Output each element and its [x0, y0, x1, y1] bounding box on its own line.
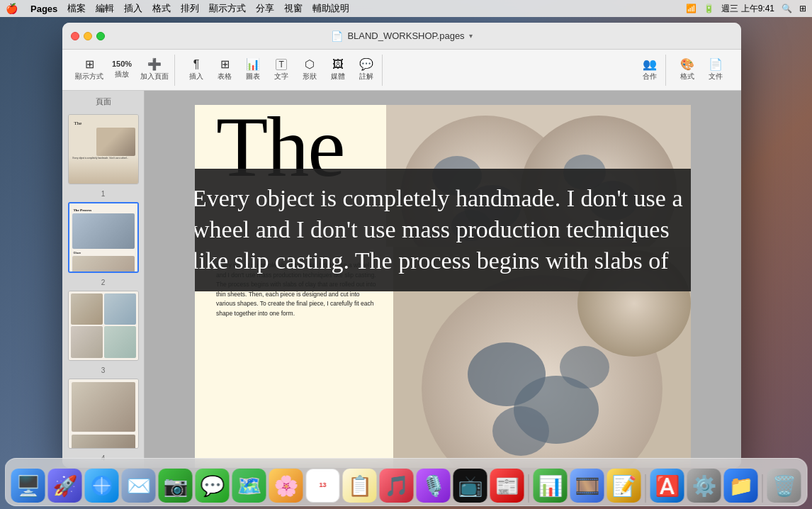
view-button[interactable]: ⊞ 顯示方式: [72, 55, 106, 86]
page-canvas: The: [195, 105, 691, 468]
document-panel-icon: 📄: [709, 59, 723, 70]
comment-button[interactable]: 💬 註解: [354, 55, 379, 86]
page-num-1: 1: [67, 190, 140, 198]
menubar-arrange[interactable]: 排列: [181, 2, 199, 15]
menubar-pages[interactable]: Pages: [30, 4, 57, 14]
dock-maps[interactable]: 🗺️: [232, 469, 266, 503]
collaborate-group: 👥 合作: [634, 55, 666, 86]
page-thumb-3[interactable]: [68, 291, 139, 361]
menubar-edit[interactable]: 編輯: [96, 2, 114, 15]
add-page-button[interactable]: ➕ 加入頁面: [137, 55, 171, 86]
dock-music[interactable]: 🎵: [380, 469, 414, 503]
zoom-button[interactable]: 150% 插放: [109, 55, 135, 86]
view-group: ⊞ 顯示方式 150% 插放 ➕ 加入頁面: [69, 55, 175, 86]
menubar-insert[interactable]: 插入: [124, 2, 142, 15]
sidebar: 頁面 The Every object is completely handma…: [62, 91, 145, 468]
add-page-icon: ➕: [147, 59, 162, 70]
dock-keynote[interactable]: 🎞️: [570, 469, 604, 503]
pottery-image-bottom: [393, 247, 691, 468]
apple-menu-icon[interactable]: 🍎: [6, 3, 18, 14]
battery-icon: 🔋: [704, 4, 714, 13]
page-thumb-2[interactable]: The Process Glaze: [68, 202, 139, 273]
dock-reminders[interactable]: 📋: [343, 469, 377, 503]
dock-separator-2: [645, 474, 646, 503]
format-panel-button[interactable]: 🎨 格式: [675, 55, 700, 86]
shape-button[interactable]: ⬡ 形狀: [297, 55, 322, 86]
zoom-icon: 150%: [112, 60, 132, 68]
svg-point-10: [577, 250, 691, 357]
menubar-time: 週三 上午9:41: [721, 3, 774, 15]
close-button[interactable]: [71, 32, 79, 40]
desktop: 🍎 Pages 檔案 編輯 插入 格式 排列 顯示方式 分享 視窗 輔助說明 📶…: [0, 0, 812, 509]
page-heading: The: [216, 105, 344, 190]
page-body-text[interactable]: Every object is completely handmade. I d…: [195, 247, 393, 468]
dock-appletv[interactable]: 📺: [453, 469, 487, 503]
dock-safari[interactable]: [85, 469, 119, 503]
insert-icon: ¶: [193, 59, 200, 70]
dock-appstore[interactable]: 🅰️: [650, 469, 684, 503]
dock-mail[interactable]: ✉️: [122, 469, 156, 503]
document-icon: 📄: [331, 30, 343, 42]
body-text-content: Every object is completely handmade. I d…: [216, 262, 376, 317]
panel-group: 🎨 格式 📄 文件: [672, 55, 731, 86]
menubar-format[interactable]: 格式: [152, 2, 171, 15]
menubar-view[interactable]: 顯示方式: [209, 2, 246, 15]
document-panel-button[interactable]: 📄 文件: [703, 55, 728, 86]
svg-point-3: [432, 156, 482, 196]
dock-finder2[interactable]: 📁: [724, 469, 758, 503]
window-title: BLAND_WORKSHOP.pages: [347, 30, 464, 41]
page-thumb-1[interactable]: The Every object is completely handmade.…: [68, 114, 139, 184]
title-bar: 📄 BLAND_WORKSHOP.pages ▾: [62, 23, 741, 50]
menubar-file[interactable]: 檔案: [67, 2, 86, 15]
dock-photos[interactable]: 🌸: [269, 469, 303, 503]
sidebar-label: 頁面: [67, 96, 140, 107]
dock-notes[interactable]: 📝: [607, 469, 641, 503]
menubar: 🍎 Pages 檔案 編輯 插入 格式 排列 顯示方式 分享 視窗 輔助說明 📶…: [0, 0, 812, 17]
dock-systemsettings[interactable]: ⚙️: [687, 469, 721, 503]
maximize-button[interactable]: [96, 32, 105, 40]
text-button[interactable]: T 文字: [269, 55, 294, 86]
main-content: 頁面 The Every object is completely handma…: [62, 91, 741, 468]
dock-messages[interactable]: 💬: [196, 469, 230, 503]
chart-icon: 📊: [246, 59, 260, 70]
svg-point-5: [451, 210, 491, 241]
dock-podcasts[interactable]: 🎙️: [417, 469, 451, 503]
page-area[interactable]: The: [145, 91, 741, 468]
dock-calendar[interactable]: 13: [306, 469, 340, 503]
media-button[interactable]: 🖼 媒體: [325, 55, 351, 86]
search-icon[interactable]: 🔍: [782, 4, 792, 13]
collaborate-button[interactable]: 👥 合作: [637, 55, 662, 86]
text-icon: T: [276, 59, 286, 70]
dock-numbers[interactable]: 📊: [534, 469, 568, 503]
shape-icon: ⬡: [305, 59, 315, 70]
page-top-section: The: [195, 105, 691, 247]
toolbar: ⊞ 顯示方式 150% 插放 ➕ 加入頁面 ¶ 插入 ⊞: [62, 50, 741, 91]
insert-button[interactable]: ¶ 插入: [184, 55, 209, 86]
format-panel-icon: 🎨: [680, 59, 694, 70]
page-num-2: 2: [67, 279, 140, 286]
title-chevron-icon[interactable]: ▾: [469, 32, 473, 40]
page-thumb-4[interactable]: [68, 379, 139, 449]
table-icon: ⊞: [220, 59, 230, 70]
dock: 🖥️ 🚀 ✉️ 📷 💬 🗺️ 🌸 13 📋 🎵 🎙️ 📺 📰 📊 🎞️ 📝 🅰️…: [5, 458, 808, 506]
dock-finder[interactable]: 🖥️: [11, 469, 45, 503]
bottom-section: Every object is completely handmade. I d…: [195, 247, 691, 468]
page-num-3: 3: [67, 367, 140, 374]
dock-facetime[interactable]: 📷: [159, 469, 193, 503]
dock-news[interactable]: 📰: [490, 469, 524, 503]
menubar-help[interactable]: 輔助說明: [312, 2, 349, 15]
menubar-window[interactable]: 視窗: [284, 2, 303, 15]
chart-button[interactable]: 📊 圖表: [240, 55, 266, 86]
dock-trash[interactable]: 🗑️: [767, 469, 801, 503]
view-icon: ⊞: [85, 59, 94, 70]
control-center-icon[interactable]: ⊞: [799, 4, 806, 13]
svg-point-7: [588, 181, 638, 220]
svg-point-13: [492, 406, 549, 456]
menubar-share[interactable]: 分享: [256, 2, 274, 15]
minimize-button[interactable]: [84, 32, 92, 40]
traffic-lights: [71, 32, 105, 40]
dock-separator-1: [529, 474, 529, 503]
comment-icon: 💬: [359, 59, 373, 70]
dock-launchpad[interactable]: 🚀: [48, 469, 82, 503]
table-button[interactable]: ⊞ 表格: [212, 55, 237, 86]
